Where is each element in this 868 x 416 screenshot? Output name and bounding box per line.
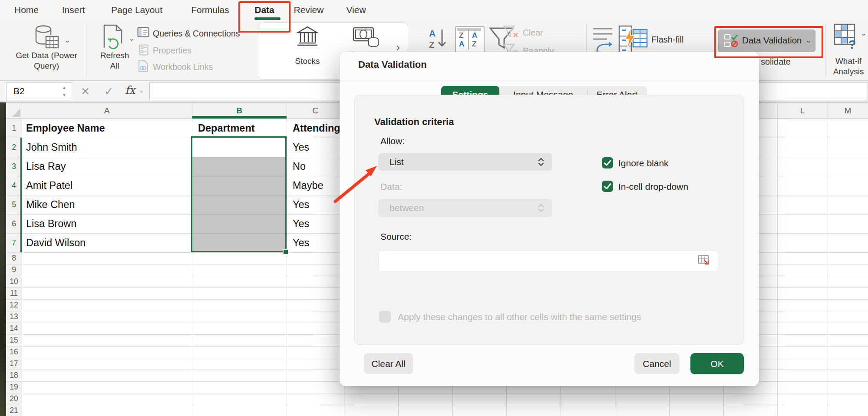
dialog-title: Data Validation <box>358 59 427 70</box>
in-cell-dropdown-label[interactable]: In-cell drop-down <box>618 182 688 192</box>
row-header-10[interactable]: 10 <box>6 276 22 287</box>
cell-c6[interactable]: Yes <box>289 214 347 233</box>
tab-review[interactable]: Review <box>289 0 328 20</box>
tab-insert[interactable]: Insert <box>56 0 90 20</box>
selection-border-b2-b7[interactable] <box>191 136 287 252</box>
col-header-c[interactable]: C <box>287 103 344 119</box>
svg-text:Z: Z <box>429 40 435 50</box>
cell-a5[interactable]: Mike Chen <box>22 195 195 214</box>
what-if-label-line2[interactable]: Analysis <box>828 67 868 76</box>
tab-home[interactable]: Home <box>11 0 42 20</box>
flash-fill-icon[interactable] <box>624 27 648 50</box>
cell-a1[interactable]: Employee Name <box>22 119 195 138</box>
allow-dropdown[interactable]: List <box>378 153 552 171</box>
row-header-20[interactable]: 20 <box>6 393 22 405</box>
get-data-label-line1[interactable]: Get Data (Power <box>10 51 83 60</box>
stocks-icon[interactable] <box>296 25 319 47</box>
row-header-21[interactable]: 21 <box>6 405 22 416</box>
row-header-6[interactable]: 6 <box>6 214 22 233</box>
row-header-17[interactable]: 17 <box>6 358 22 370</box>
stocks-label[interactable]: Stocks <box>286 56 329 66</box>
col-header-l[interactable]: L <box>777 103 828 119</box>
dialog-settings-panel <box>354 95 744 345</box>
in-cell-dropdown-checkbox[interactable] <box>602 181 613 192</box>
row-header-9[interactable]: 9 <box>6 264 22 276</box>
refresh-all-label-line2[interactable]: All <box>92 61 137 71</box>
consolidate-label[interactable]: solidate <box>761 57 791 67</box>
row-header-5[interactable]: 5 <box>6 195 22 214</box>
row-header-18[interactable]: 18 <box>6 370 22 381</box>
ribbon-divider <box>825 24 825 76</box>
row-header-16[interactable]: 16 <box>6 346 22 358</box>
clear-all-button[interactable]: Clear All <box>364 353 413 374</box>
row-header-1[interactable]: 1 <box>6 119 22 138</box>
source-label: Source: <box>380 231 412 242</box>
cancel-button[interactable]: Cancel <box>634 353 680 374</box>
row-header-13[interactable]: 13 <box>6 311 22 323</box>
what-if-label-line1[interactable]: What-if <box>828 56 868 66</box>
tab-formulas[interactable]: Formulas <box>185 0 235 20</box>
row-header-8[interactable]: 8 <box>6 252 22 264</box>
formula-cancel-icon[interactable]: ✕ <box>81 85 90 98</box>
row-header-4[interactable]: 4 <box>6 176 22 195</box>
row-header-14[interactable]: 14 <box>6 323 22 334</box>
validation-criteria-heading: Validation criteria <box>374 116 454 128</box>
row-header-3[interactable]: 3 <box>6 157 22 176</box>
row-header-19[interactable]: 19 <box>6 381 22 393</box>
apply-changes-checkbox <box>379 311 391 323</box>
source-input[interactable] <box>378 250 719 272</box>
cell-c7[interactable]: Yes <box>289 233 347 252</box>
get-data-chevron-icon[interactable]: ⌄ <box>64 36 70 45</box>
tab-view[interactable]: View <box>342 0 370 20</box>
ribbon-divider <box>86 24 86 76</box>
sort-dialog-button[interactable]: Z A A Z <box>455 26 485 53</box>
name-box-stepper[interactable]: ▲▼ <box>62 84 66 99</box>
what-if-chevron-icon[interactable]: ⌄ <box>861 29 867 38</box>
cell-c5[interactable]: Yes <box>289 195 347 214</box>
queries-connections-icon[interactable] <box>137 27 149 37</box>
properties-label: Properties <box>153 46 191 56</box>
col-header-m[interactable]: M <box>828 103 868 119</box>
cell-c4[interactable]: Maybe <box>289 176 347 195</box>
currencies-icon[interactable] <box>353 25 380 50</box>
row-header-7[interactable]: 7 <box>6 233 22 252</box>
flash-fill-label[interactable]: Flash-fill <box>651 35 683 45</box>
cell-c2[interactable]: Yes <box>289 138 347 157</box>
ignore-blank-label[interactable]: Ignore blank <box>618 158 669 168</box>
annotation-box-data-validation <box>714 26 823 58</box>
cell-a7[interactable]: David Wilson <box>22 233 195 252</box>
cell-b1[interactable]: Department <box>194 119 290 138</box>
ignore-blank-checkbox[interactable] <box>602 157 613 168</box>
name-box[interactable]: B2 ▲▼ <box>6 83 72 100</box>
updown-chevrons-icon <box>538 157 545 167</box>
refresh-all-icon[interactable] <box>101 23 127 51</box>
refresh-all-label-line1[interactable]: Refresh <box>92 51 137 60</box>
cell-a6[interactable]: Lisa Brown <box>22 214 195 233</box>
tab-page-layout[interactable]: Page Layout <box>103 0 170 20</box>
get-data-label-line2[interactable]: Query) <box>10 61 83 71</box>
cell-c1[interactable]: Attending <box>289 119 347 138</box>
sort-az-icon[interactable]: A Z <box>427 27 452 50</box>
cell-a4[interactable]: Amit Patel <box>22 176 195 195</box>
row-header-2[interactable]: 2 <box>6 138 22 157</box>
cell-a2[interactable]: John Smith <box>22 138 195 157</box>
row-header-11[interactable]: 11 <box>6 287 22 299</box>
range-selector-icon[interactable] <box>698 255 710 267</box>
what-if-analysis-icon[interactable]: ? <box>834 23 859 50</box>
cell-c3[interactable]: No <box>289 157 347 176</box>
refresh-all-chevron-icon[interactable]: ⌄ <box>129 34 135 43</box>
formula-enter-icon[interactable]: ✓ <box>104 85 114 98</box>
formula-fx-icon[interactable]: fx <box>125 84 135 96</box>
row-header-15[interactable]: 15 <box>6 334 22 346</box>
cell-a3[interactable]: Lisa Ray <box>22 157 195 176</box>
col-header-a[interactable]: A <box>22 103 192 119</box>
name-box-value: B2 <box>13 86 25 96</box>
queries-connections-label[interactable]: Queries & Connections <box>153 29 240 39</box>
row-header-12[interactable]: 12 <box>6 299 22 311</box>
ok-button[interactable]: OK <box>690 353 744 374</box>
select-all-corner[interactable] <box>12 109 20 117</box>
selection-fill-handle[interactable] <box>283 249 289 255</box>
fx-chevron-icon[interactable]: ⌄ <box>139 87 144 94</box>
clear-filter-label: Clear <box>523 28 543 38</box>
get-data-icon[interactable] <box>33 24 62 51</box>
